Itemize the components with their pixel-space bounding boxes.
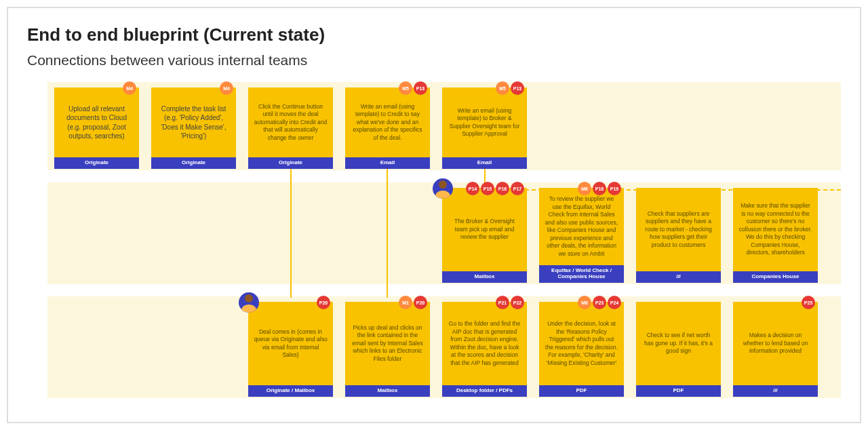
badge-group: P20 <box>317 296 330 309</box>
swimlane-slot: P25Makes a decision on whether to lend b… <box>733 302 818 398</box>
blueprint-card: Check to see if net worth has gone up. I… <box>636 302 721 397</box>
connector <box>387 169 388 184</box>
connector <box>387 182 388 298</box>
card-body: Deal comes in (comes in queue via Origin… <box>248 302 333 385</box>
blueprint-card: M5P13Write an email (using template) to … <box>442 87 527 169</box>
pain-badge: P22 <box>511 296 524 309</box>
pain-badge: P14 <box>466 182 479 195</box>
card-body: Picks up deal and clicks on the link con… <box>345 302 430 385</box>
card-body: Check that suppliers are suppliers and t… <box>636 188 721 271</box>
pain-badge: P17 <box>511 182 524 195</box>
badge-group: M1P20 <box>399 296 427 309</box>
card-system-label: Companies House <box>733 271 818 283</box>
card-system-label: /// <box>733 385 818 397</box>
page-title: End to end blueprint (Current state) <box>27 24 841 45</box>
pain-badge: P16 <box>496 182 509 195</box>
card-system-label: Mailbox <box>442 271 527 283</box>
page-subtitle: Connections between various internal tea… <box>27 52 841 69</box>
badge-group: M4 <box>220 81 233 95</box>
connector <box>290 182 292 298</box>
card-system-label: Originate <box>248 157 333 169</box>
swimlane-slot <box>636 87 721 170</box>
card-system-label: PDF <box>539 385 624 397</box>
metric-badge: M5 <box>496 81 509 95</box>
card-system-label: Desktop folder / PDFs <box>442 385 527 397</box>
swimlane-slot: P21P22Go to the folder and find the AIP … <box>442 302 527 398</box>
pain-badge: P24 <box>608 296 621 309</box>
badge-group: M8P23P24 <box>578 296 621 309</box>
card-system-label: Mailbox <box>345 385 430 397</box>
swimlane-slot: P20Deal comes in (comes in queue via Ori… <box>248 302 333 398</box>
metric-badge: M4 <box>123 81 136 95</box>
pain-badge: P19 <box>608 182 621 195</box>
swimlane-slot: M8P23P24Under the decision, look at the … <box>539 302 624 398</box>
card-body: Write an email (using template) to Broke… <box>442 87 527 157</box>
metric-badge: M1 <box>399 296 412 309</box>
card-body: Makes a decision on whether to lend base… <box>733 302 818 385</box>
blueprint-card: P21P22Go to the folder and find the AIP … <box>442 302 527 397</box>
metric-badge: M6 <box>578 182 591 195</box>
blueprint-card: Click the Continue button until it moves… <box>248 87 333 169</box>
swimlane-row: M4Upload all relevant documents to Cloud… <box>47 82 841 170</box>
swimlane-slot: M5P13Write an email (using template) to … <box>345 87 430 170</box>
card-body: The Broker & Oversight team pick up emai… <box>442 188 527 271</box>
blueprint-card: M8P23P24Under the decision, look at the … <box>539 302 624 397</box>
blueprint-card: Make sure that the supplier is no way co… <box>733 188 818 283</box>
swimlane-slot <box>54 302 139 398</box>
card-body: Go to the folder and find the AIP doc th… <box>442 302 527 385</box>
swimlane-slot <box>733 87 818 170</box>
metric-badge: M5 <box>399 81 412 95</box>
swimlane-slot <box>54 188 139 284</box>
connector-dash <box>484 189 841 191</box>
badge-group: P21P22 <box>496 296 524 309</box>
metric-badge: M4 <box>220 81 233 95</box>
swimlane-slot: Check to see if net worth has gone up. I… <box>636 302 721 398</box>
swimlane-slot: P14P15P16P17The Broker & Oversight team … <box>442 188 527 284</box>
persona-avatar <box>433 178 453 199</box>
pain-badge: P13 <box>414 81 427 95</box>
swimlane-slot: M4Upload all relevant documents to Cloud… <box>54 87 139 170</box>
pain-badge: P20 <box>317 296 330 309</box>
badge-group: M5P13 <box>399 81 427 95</box>
blueprint-card: M1P20Picks up deal and clicks on the lin… <box>345 302 430 397</box>
card-system-label: /// <box>636 271 721 283</box>
badge-group: P14P15P16P17 <box>466 182 524 195</box>
card-body: To review the supplier we use the Equifa… <box>539 188 624 265</box>
swimlane-row: P14P15P16P17The Broker & Oversight team … <box>47 182 841 284</box>
swimlane-slot: M6P18P19To review the supplier we use th… <box>539 188 624 284</box>
pain-badge: P21 <box>496 296 509 309</box>
card-body: Upload all relevant documents to Cloud (… <box>54 87 139 157</box>
swimlane-slot: Make sure that the supplier is no way co… <box>733 188 818 284</box>
card-body: Make sure that the supplier is no way co… <box>733 188 818 271</box>
card-system-label: PDF <box>636 385 721 397</box>
pain-badge: P13 <box>511 81 524 95</box>
persona-avatar <box>239 292 259 313</box>
card-system-label: Email <box>442 157 527 169</box>
swimlane-container: M4Upload all relevant documents to Cloud… <box>47 82 841 398</box>
pain-badge: P20 <box>414 296 427 309</box>
swimlane-row: P20Deal comes in (comes in queue via Ori… <box>47 296 841 398</box>
blueprint-card: P25Makes a decision on whether to lend b… <box>733 302 818 397</box>
pain-badge: P23 <box>593 296 606 309</box>
blueprint-card: P20Deal comes in (comes in queue via Ori… <box>248 302 333 397</box>
blueprint-card: Check that suppliers are suppliers and t… <box>636 188 721 283</box>
swimlane-slot <box>151 302 236 398</box>
card-body: Under the decision, look at the 'Reasons… <box>539 302 624 385</box>
card-body: Check to see if net worth has gone up. I… <box>636 302 721 385</box>
badge-group: P25 <box>802 296 815 309</box>
swimlane-slot: M1P20Picks up deal and clicks on the lin… <box>345 302 430 398</box>
pain-badge: P25 <box>802 296 815 309</box>
pain-badge: P15 <box>481 182 494 195</box>
card-system-label: Equifax / World Check / Companies House <box>539 265 624 283</box>
badge-group: M4 <box>123 81 136 95</box>
blueprint-card: M4Upload all relevant documents to Cloud… <box>54 87 139 169</box>
card-system-label: Originate <box>54 157 139 169</box>
card-body: Write an email (using template) to Credi… <box>345 87 430 157</box>
swimlane-slot: Click the Continue button until it moves… <box>248 87 333 170</box>
pain-badge: P18 <box>593 182 606 195</box>
card-body: Complete the task list (e.g. 'Policy Add… <box>151 87 236 157</box>
metric-badge: M8 <box>578 296 591 309</box>
swimlane-slot: Check that suppliers are suppliers and t… <box>636 188 721 284</box>
card-system-label: Email <box>345 157 430 169</box>
blueprint-card: M5P13Write an email (using template) to … <box>345 87 430 169</box>
